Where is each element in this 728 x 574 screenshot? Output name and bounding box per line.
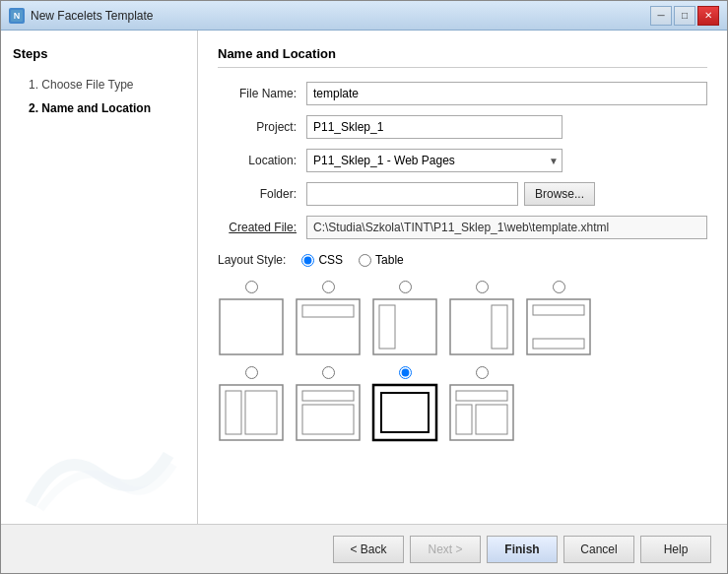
layout-option-inner — [371, 366, 438, 442]
layout-radio-complex[interactable] — [476, 366, 489, 379]
svg-rect-8 — [492, 305, 507, 349]
layout-radio-top[interactable] — [322, 281, 335, 293]
project-label: Project: — [218, 120, 306, 134]
table-label: Table — [375, 253, 404, 267]
layout-preview-topcontent[interactable] — [295, 383, 362, 442]
created-file-row: Created File: C:\Studia\Szkola\TINT\P11_… — [218, 216, 707, 239]
table-radio-option[interactable]: Table — [359, 253, 404, 267]
svg-rect-11 — [533, 339, 584, 349]
svg-rect-19 — [381, 393, 429, 432]
layout-radio-topbottom[interactable] — [553, 281, 565, 293]
layout-preview-leftcontent[interactable] — [218, 383, 285, 442]
svg-rect-6 — [379, 305, 395, 349]
layout-option-complex — [448, 366, 515, 442]
panel-title: Name and Location — [218, 46, 707, 68]
sidebar-item-label-2: Name and Location — [41, 101, 151, 115]
layout-preview-inner[interactable] — [371, 383, 438, 442]
layout-radio-right[interactable] — [476, 281, 489, 293]
content-area: Steps 1. Choose File Type 2. Name and Lo… — [1, 31, 727, 524]
sidebar: Steps 1. Choose File Type 2. Name and Lo… — [1, 31, 198, 524]
back-button[interactable]: < Back — [333, 536, 404, 563]
svg-rect-14 — [245, 391, 277, 434]
layout-preview-topbottom[interactable] — [525, 297, 592, 356]
layout-style-label: Layout Style: — [218, 253, 286, 267]
created-file-label: Created File: — [218, 221, 306, 234]
layout-option-top — [295, 281, 362, 356]
location-label: Location: — [218, 154, 306, 167]
title-bar: N New Facelets Template ─ □ ✕ — [1, 1, 727, 31]
css-radio-option[interactable]: CSS — [301, 253, 343, 267]
css-label: CSS — [318, 253, 343, 267]
close-button[interactable]: ✕ — [697, 6, 719, 26]
svg-rect-2 — [220, 299, 283, 354]
layout-preview-right[interactable] — [448, 297, 515, 356]
footer: < Back Next > Finish Cancel Help — [1, 524, 727, 573]
layout-radio-blank[interactable] — [245, 281, 258, 293]
main-panel: Name and Location File Name: Project: Lo… — [198, 31, 727, 524]
created-file-value: C:\Studia\Szkola\TINT\P11_Sklep_1\web\te… — [306, 216, 707, 239]
project-row: Project: — [218, 115, 707, 139]
sidebar-item-label: Choose File Type — [41, 78, 133, 92]
svg-rect-21 — [456, 391, 507, 401]
svg-rect-23 — [476, 405, 507, 434]
svg-text:N: N — [14, 11, 21, 21]
file-name-label: File Name: — [218, 87, 306, 100]
layout-radio-left[interactable] — [399, 281, 412, 293]
window-icon: N — [9, 8, 25, 24]
cancel-button[interactable]: Cancel — [563, 536, 634, 563]
layout-option-blank — [218, 281, 285, 356]
main-window: N New Facelets Template ─ □ ✕ Steps 1. C… — [0, 0, 728, 574]
css-radio[interactable] — [301, 254, 314, 267]
svg-rect-17 — [302, 405, 354, 434]
location-row: Location: P11_Sklep_1 - Web Pages ▼ — [218, 149, 707, 172]
finish-button[interactable]: Finish — [487, 536, 558, 563]
layout-style-row: Layout Style: CSS Table — [218, 253, 707, 267]
layout-preview-left[interactable] — [371, 297, 438, 356]
help-button[interactable]: Help — [640, 536, 711, 563]
svg-rect-10 — [533, 305, 584, 315]
layout-preview-complex[interactable] — [448, 383, 515, 442]
folder-row: Folder: Browse... — [218, 182, 707, 206]
svg-rect-22 — [456, 405, 472, 434]
svg-rect-4 — [302, 305, 354, 317]
folder-input[interactable] — [306, 182, 518, 206]
layout-radio-inner[interactable] — [399, 366, 412, 379]
layout-option-topbottom — [525, 281, 592, 356]
svg-rect-16 — [302, 391, 354, 401]
layout-option-topcontent — [295, 366, 362, 442]
layout-option-left — [371, 281, 438, 356]
file-name-input[interactable] — [306, 82, 707, 105]
file-name-row: File Name: — [218, 82, 707, 105]
browse-button[interactable]: Browse... — [524, 182, 595, 206]
sidebar-item-choose-file-type[interactable]: 1. Choose File Type — [13, 73, 185, 96]
sidebar-item-name-and-location[interactable]: 2. Name and Location — [13, 96, 185, 120]
minimize-button[interactable]: ─ — [650, 6, 672, 26]
window-controls: ─ □ ✕ — [650, 6, 719, 26]
maximize-button[interactable]: □ — [674, 6, 695, 26]
layout-preview-blank[interactable] — [218, 297, 285, 356]
sidebar-item-number: 1. — [29, 78, 41, 92]
next-button[interactable]: Next > — [410, 536, 481, 563]
layout-option-leftcontent — [218, 366, 285, 442]
location-select[interactable]: P11_Sklep_1 - Web Pages — [306, 149, 563, 172]
layout-radio-leftcontent[interactable] — [245, 366, 258, 379]
project-input[interactable] — [306, 115, 563, 139]
watermark — [1, 435, 197, 514]
layout-radio-topcontent[interactable] — [322, 366, 335, 379]
layout-option-right — [448, 281, 515, 356]
window-title: New Facelets Template — [31, 9, 650, 23]
sidebar-item-number-2: 2. — [29, 101, 41, 115]
sidebar-title: Steps — [13, 46, 185, 61]
table-radio[interactable] — [359, 254, 371, 267]
layout-preview-top[interactable] — [295, 297, 362, 356]
folder-label: Folder: — [218, 187, 306, 201]
svg-rect-13 — [226, 391, 241, 434]
